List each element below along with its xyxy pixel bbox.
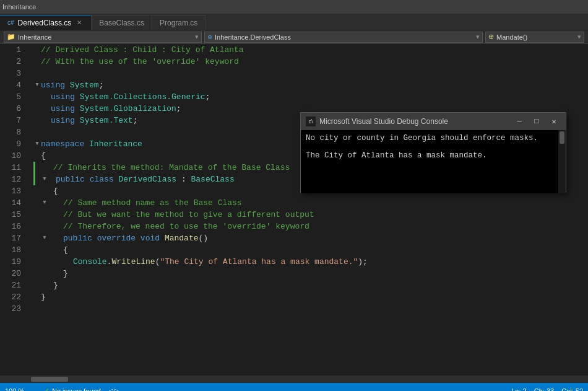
code-line-17: ▼ public override void Mandate () bbox=[33, 232, 588, 244]
zoom-level[interactable]: 100 % bbox=[5, 387, 36, 392]
code-line-16: // Therefore, we need to use the 'overri… bbox=[33, 221, 588, 232]
issues-text: No issues found bbox=[52, 387, 101, 392]
title-bar-text: Inheritance bbox=[2, 3, 36, 11]
status-right: Ln: 2 Ch: 33 Col: 52 bbox=[511, 387, 583, 392]
folder-icon: 📁 bbox=[7, 33, 15, 41]
collapse-icon-14[interactable]: ▼ bbox=[41, 200, 48, 207]
line-info: Ln: 2 bbox=[511, 387, 526, 392]
code-line-21: } bbox=[33, 279, 588, 291]
cs-icon-derivedclass: c# bbox=[7, 19, 14, 26]
nav-left-icon[interactable]: ◁ bbox=[108, 387, 113, 391]
line-numbers: 1 2 3 4 5 6 7 8 9 10 11 12 13 14 15 16 1… bbox=[0, 44, 31, 376]
console-line-3: The City of Atlanta has a mask mandate. bbox=[306, 151, 561, 160]
console-minimize-button[interactable]: — bbox=[512, 115, 526, 128]
code-line-18: { bbox=[33, 244, 588, 256]
editor-area: 1 2 3 4 5 6 7 8 9 10 11 12 13 14 15 16 1… bbox=[0, 44, 588, 376]
class-icon: ⊛ bbox=[207, 33, 212, 40]
console-line-1: No city or county in Georgia should enfo… bbox=[306, 134, 561, 143]
code-line-5: using System.Collections.Generic ; bbox=[33, 91, 588, 103]
title-bar: Inheritance bbox=[0, 0, 588, 14]
code-line-3 bbox=[33, 68, 588, 79]
tab-program[interactable]: Program.cs bbox=[152, 15, 205, 30]
console-scrollbar-thumb bbox=[560, 131, 564, 144]
collapse-icon-17[interactable]: ▼ bbox=[41, 235, 48, 242]
console-maximize-button[interactable]: □ bbox=[530, 115, 543, 128]
check-icon: ✔ bbox=[43, 387, 50, 392]
code-line-14: ▼ // Same method name as the Base Class bbox=[33, 197, 588, 209]
horizontal-scrollbar[interactable] bbox=[0, 376, 588, 383]
console-title-bar: c\ Microsoft Visual Studio Debug Console… bbox=[301, 113, 566, 130]
console-title-text: Microsoft Visual Studio Debug Console bbox=[319, 117, 509, 126]
tab-bar: c# DerivedClass.cs ✕ BaseClass.cs Progra… bbox=[0, 14, 588, 30]
console-line-2 bbox=[306, 143, 561, 151]
console-close-button[interactable]: ✕ bbox=[547, 115, 561, 128]
code-line-19: Console . WriteLine ( "The City of Atlan… bbox=[33, 256, 588, 268]
code-line-20: } bbox=[33, 268, 588, 279]
status-nav[interactable]: ◁ ▷ bbox=[108, 387, 119, 391]
breadcrumb-left-dropdown[interactable]: 📁 Inheritance ▾ bbox=[4, 32, 202, 43]
breadcrumb-method-dropdown[interactable]: ⊕ Mandate() ▾ bbox=[485, 32, 584, 43]
console-title-icon: c\ bbox=[306, 116, 316, 126]
status-issues: ✔ No issues found bbox=[43, 387, 101, 392]
nav-right-icon[interactable]: ▷ bbox=[115, 387, 119, 391]
tab-baseclass[interactable]: BaseClass.cs bbox=[92, 15, 152, 30]
code-line-22: } bbox=[33, 291, 588, 303]
console-scrollbar[interactable] bbox=[558, 130, 566, 193]
collapse-icon-4[interactable]: ▼ bbox=[33, 82, 41, 89]
debug-console: c\ Microsoft Visual Studio Debug Console… bbox=[300, 112, 566, 193]
h-scrollbar-thumb bbox=[31, 377, 68, 382]
collapse-icon-12[interactable]: ▼ bbox=[41, 176, 48, 183]
col-info: Ch: 33 bbox=[534, 387, 554, 392]
code-line-15: // But we want the method to give a diff… bbox=[33, 209, 588, 221]
col-num: Col: 52 bbox=[561, 387, 583, 392]
green-bar-11 bbox=[33, 162, 35, 174]
method-icon: ⊕ bbox=[488, 33, 494, 41]
code-line-4: ▼ using System ; bbox=[33, 79, 588, 91]
tab-derivedclass[interactable]: c# DerivedClass.cs ✕ bbox=[0, 15, 92, 30]
code-line-2: // With the use of the 'override' keywor… bbox=[33, 56, 588, 68]
code-line-1: // Derived Class : Child : City of Atlan… bbox=[33, 44, 588, 56]
console-body: No city or county in Georgia should enfo… bbox=[301, 130, 566, 193]
status-bar: 100 % ✔ No issues found ◁ ▷ Ln: 2 Ch: 33… bbox=[0, 383, 588, 391]
green-bar-12 bbox=[33, 174, 35, 185]
code-line-23 bbox=[33, 303, 588, 315]
breadcrumb-bar: 📁 Inheritance ▾ ⊛ Inheritance.DerivedCla… bbox=[0, 30, 588, 44]
code-editor[interactable]: // Derived Class : Child : City of Atlan… bbox=[31, 44, 588, 376]
breadcrumb-right-dropdown[interactable]: ⊛ Inheritance.DerivedClass ▾ bbox=[204, 32, 483, 43]
tab-close-derivedclass[interactable]: ✕ bbox=[75, 19, 84, 27]
collapse-icon-9[interactable]: ▼ bbox=[33, 141, 41, 148]
